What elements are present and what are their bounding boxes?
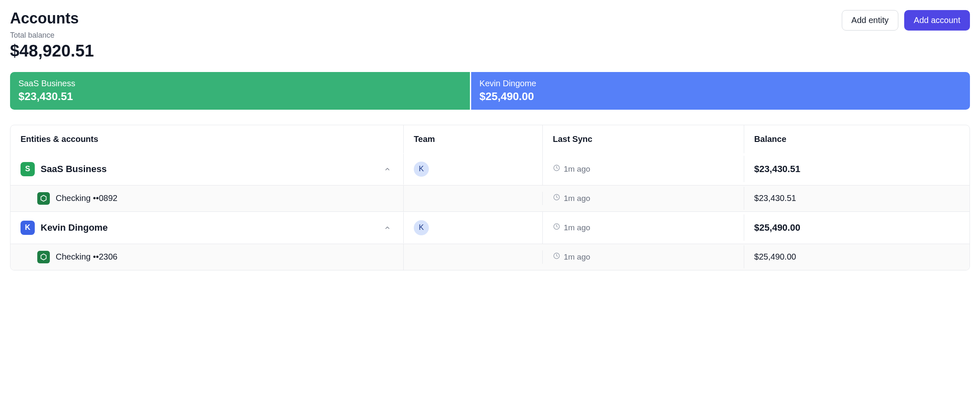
balance-bar-segment-amount: $25,490.00 <box>480 90 962 103</box>
clock-icon <box>553 164 560 174</box>
chevron-up-icon[interactable] <box>382 163 393 175</box>
entity-balance: $23,430.51 <box>754 164 800 175</box>
col-header-last-sync: Last Sync <box>543 125 744 153</box>
account-name: Checking ••2306 <box>56 252 117 262</box>
balance-bar-segment-amount: $23,430.51 <box>18 90 462 103</box>
team-avatar[interactable]: K <box>414 162 429 177</box>
balance-bar-segment-name: SaaS Business <box>18 79 462 88</box>
entity-name: SaaS Business <box>41 164 107 175</box>
table-row[interactable]: KKevin DingomeK1m ago$25,490.00 <box>10 211 970 244</box>
bank-icon <box>37 192 50 205</box>
account-balance: $23,430.51 <box>754 193 796 203</box>
col-header-team: Team <box>404 125 543 153</box>
entity-badge: S <box>21 162 35 176</box>
last-sync: 1m ago <box>553 193 590 203</box>
col-header-balance: Balance <box>744 125 970 153</box>
accounts-table: Entities & accounts Team Last Sync Balan… <box>10 125 970 270</box>
clock-icon <box>553 223 560 232</box>
bank-icon <box>37 251 50 263</box>
last-sync: 1m ago <box>553 223 590 232</box>
balance-bar-segment-name: Kevin Dingome <box>480 79 962 88</box>
table-row[interactable]: Checking ••08921m ago$23,430.51 <box>10 185 970 211</box>
last-sync: 1m ago <box>553 252 590 262</box>
clock-icon <box>553 193 560 203</box>
add-account-button[interactable]: Add account <box>904 10 970 31</box>
add-entity-button[interactable]: Add entity <box>842 10 898 31</box>
entity-badge: K <box>21 221 35 235</box>
account-balance: $25,490.00 <box>754 252 796 262</box>
entity-name: Kevin Dingome <box>41 222 108 233</box>
balance-bar-segment[interactable]: Kevin Dingome$25,490.00 <box>470 72 970 110</box>
page-title: Accounts <box>10 10 94 27</box>
total-balance-label: Total balance <box>10 31 94 40</box>
chevron-up-icon[interactable] <box>382 222 393 234</box>
table-row[interactable]: SSaaS BusinessK1m ago$23,430.51 <box>10 153 970 185</box>
last-sync: 1m ago <box>553 164 590 174</box>
table-row[interactable]: Checking ••23061m ago$25,490.00 <box>10 244 970 270</box>
account-name: Checking ••0892 <box>56 193 117 203</box>
balance-bar: SaaS Business$23,430.51Kevin Dingome$25,… <box>10 72 970 110</box>
total-balance-value: $48,920.51 <box>10 41 94 60</box>
col-header-entities: Entities & accounts <box>10 125 404 153</box>
team-avatar[interactable]: K <box>414 220 429 235</box>
balance-bar-segment[interactable]: SaaS Business$23,430.51 <box>10 72 470 110</box>
clock-icon <box>553 252 560 262</box>
entity-balance: $25,490.00 <box>754 222 800 233</box>
